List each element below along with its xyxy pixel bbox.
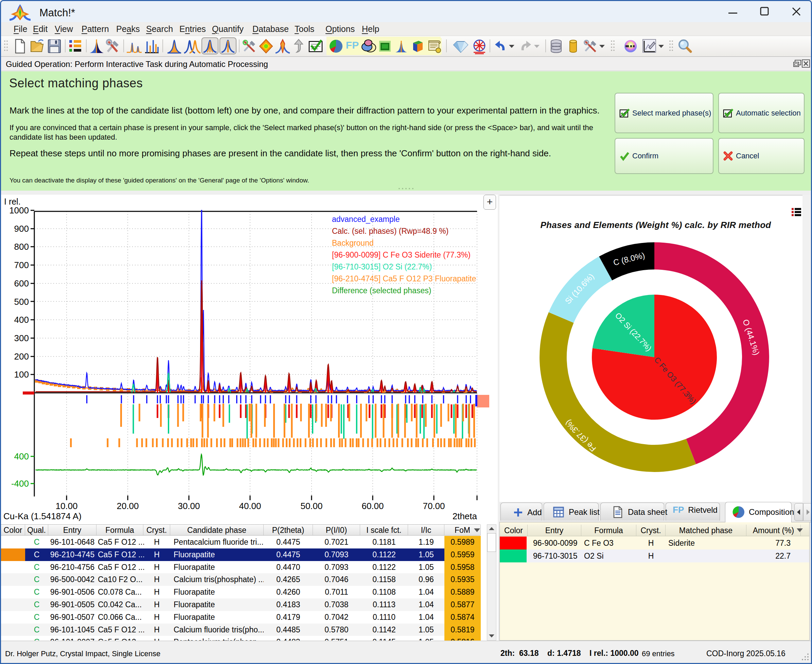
svg-text:[96-900-0099] C Fe O3 Siderite: [96-900-0099] C Fe O3 Siderite (77.3%) xyxy=(332,251,470,259)
svg-text:2theta: 2theta xyxy=(452,511,477,521)
svg-text:Background: Background xyxy=(332,239,374,247)
svg-text:400: 400 xyxy=(14,315,29,325)
svg-text:[96-710-3015] O2 Si (22.7%): [96-710-3015] O2 Si (22.7%) xyxy=(332,262,432,271)
svg-text:500: 500 xyxy=(14,297,29,307)
svg-text:40.00: 40.00 xyxy=(239,501,261,511)
svg-text:20.00: 20.00 xyxy=(117,501,138,511)
svg-text:Difference (selected phases): Difference (selected phases) xyxy=(332,286,431,295)
svg-text:Calc. (sel. phases) (Rwp=48.9: Calc. (sel. phases) (Rwp=48.9 %) xyxy=(332,227,449,236)
svg-text:800: 800 xyxy=(14,242,29,252)
svg-text:100: 100 xyxy=(14,369,29,379)
svg-text:900: 900 xyxy=(14,224,29,234)
svg-text:400: 400 xyxy=(14,451,29,461)
svg-text:[96-210-4745] Ca5 F O12 P3 Flu: [96-210-4745] Ca5 F O12 P3 Fluorapatite xyxy=(332,274,476,283)
svg-text:70.00: 70.00 xyxy=(423,501,445,511)
svg-text:1000: 1000 xyxy=(9,205,29,215)
svg-text:Cu-Ka (1.541874 A): Cu-Ka (1.541874 A) xyxy=(3,511,81,521)
svg-text:10.00: 10.00 xyxy=(55,501,78,511)
svg-text:700: 700 xyxy=(14,260,29,270)
svg-text:600: 600 xyxy=(14,278,29,288)
svg-text:advanced_example: advanced_example xyxy=(332,215,400,224)
svg-text:30.00: 30.00 xyxy=(178,501,200,511)
svg-text:200: 200 xyxy=(14,352,29,361)
svg-text:50.00: 50.00 xyxy=(300,501,322,511)
svg-text:300: 300 xyxy=(14,333,29,343)
svg-text:60.00: 60.00 xyxy=(361,501,384,511)
svg-text:-400: -400 xyxy=(11,478,29,489)
